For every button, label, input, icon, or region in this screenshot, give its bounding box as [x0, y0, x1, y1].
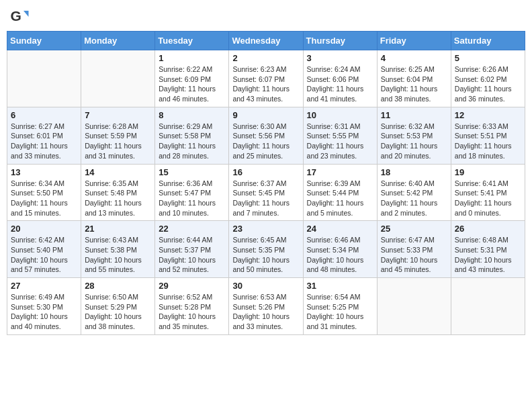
calendar-day-cell: 27Sunrise: 6:49 AM Sunset: 5:30 PM Dayli…	[7, 278, 81, 335]
day-number: 31	[307, 281, 373, 291]
day-info: Sunrise: 6:44 AM Sunset: 5:37 PM Dayligh…	[159, 235, 225, 275]
calendar-week-row: 27Sunrise: 6:49 AM Sunset: 5:30 PM Dayli…	[7, 278, 525, 335]
day-info: Sunrise: 6:24 AM Sunset: 6:06 PM Dayligh…	[307, 64, 373, 104]
day-info: Sunrise: 6:31 AM Sunset: 5:55 PM Dayligh…	[307, 122, 373, 161]
day-number: 22	[159, 224, 225, 234]
day-info: Sunrise: 6:41 AM Sunset: 5:41 PM Dayligh…	[455, 179, 521, 218]
day-info: Sunrise: 6:42 AM Sunset: 5:40 PM Dayligh…	[11, 235, 77, 275]
calendar-day-cell: 30Sunrise: 6:53 AM Sunset: 5:26 PM Dayli…	[229, 278, 303, 335]
calendar-body: 1Sunrise: 6:22 AM Sunset: 6:09 PM Daylig…	[7, 50, 525, 335]
calendar-day-cell: 10Sunrise: 6:31 AM Sunset: 5:55 PM Dayli…	[303, 107, 377, 164]
calendar-day-cell: 23Sunrise: 6:45 AM Sunset: 5:35 PM Dayli…	[229, 221, 303, 278]
day-info: Sunrise: 6:47 AM Sunset: 5:33 PM Dayligh…	[381, 235, 447, 275]
calendar-day-cell: 18Sunrise: 6:40 AM Sunset: 5:42 PM Dayli…	[377, 164, 451, 221]
day-number: 27	[11, 281, 77, 291]
page-header: G	[7, 7, 525, 27]
day-info: Sunrise: 6:28 AM Sunset: 5:59 PM Dayligh…	[85, 122, 151, 161]
day-info: Sunrise: 6:29 AM Sunset: 5:58 PM Dayligh…	[159, 122, 225, 161]
day-number: 18	[381, 167, 447, 177]
day-info: Sunrise: 6:48 AM Sunset: 5:31 PM Dayligh…	[455, 235, 521, 275]
day-number: 1	[159, 53, 225, 63]
calendar-day-cell	[7, 50, 81, 107]
logo-icon: G	[9, 7, 30, 27]
calendar-day-cell: 3Sunrise: 6:24 AM Sunset: 6:06 PM Daylig…	[303, 50, 377, 107]
day-number: 20	[11, 224, 77, 234]
day-info: Sunrise: 6:25 AM Sunset: 6:04 PM Dayligh…	[381, 64, 447, 104]
day-number: 12	[455, 110, 521, 120]
calendar-day-header: Saturday	[451, 32, 525, 50]
day-info: Sunrise: 6:23 AM Sunset: 6:07 PM Dayligh…	[232, 64, 299, 104]
day-number: 21	[85, 224, 151, 234]
calendar-day-cell: 24Sunrise: 6:46 AM Sunset: 5:34 PM Dayli…	[303, 221, 377, 278]
day-number: 2	[232, 53, 299, 63]
day-number: 9	[232, 110, 299, 120]
svg-text:G: G	[11, 8, 21, 24]
day-info: Sunrise: 6:40 AM Sunset: 5:42 PM Dayligh…	[381, 179, 447, 218]
day-number: 11	[381, 110, 447, 120]
calendar-day-header: Tuesday	[155, 32, 229, 50]
calendar-day-cell: 20Sunrise: 6:42 AM Sunset: 5:40 PM Dayli…	[7, 221, 81, 278]
day-number: 6	[11, 110, 77, 120]
calendar-day-cell: 14Sunrise: 6:35 AM Sunset: 5:48 PM Dayli…	[81, 164, 155, 221]
day-number: 13	[11, 167, 77, 177]
calendar-week-row: 13Sunrise: 6:34 AM Sunset: 5:50 PM Dayli…	[7, 164, 525, 221]
day-info: Sunrise: 6:46 AM Sunset: 5:34 PM Dayligh…	[307, 235, 373, 275]
calendar-day-cell: 12Sunrise: 6:33 AM Sunset: 5:51 PM Dayli…	[451, 107, 525, 164]
day-info: Sunrise: 6:34 AM Sunset: 5:50 PM Dayligh…	[11, 179, 77, 218]
day-number: 8	[159, 110, 225, 120]
calendar-day-cell: 28Sunrise: 6:50 AM Sunset: 5:29 PM Dayli…	[81, 278, 155, 335]
calendar-day-cell: 16Sunrise: 6:37 AM Sunset: 5:45 PM Dayli…	[229, 164, 303, 221]
day-number: 29	[159, 281, 225, 291]
day-number: 15	[159, 167, 225, 177]
day-number: 30	[232, 281, 299, 291]
day-number: 19	[455, 167, 521, 177]
calendar-day-cell: 9Sunrise: 6:30 AM Sunset: 5:56 PM Daylig…	[229, 107, 303, 164]
day-number: 3	[307, 53, 373, 63]
calendar-day-cell	[377, 278, 451, 335]
calendar-day-cell: 25Sunrise: 6:47 AM Sunset: 5:33 PM Dayli…	[377, 221, 451, 278]
calendar-day-cell: 17Sunrise: 6:39 AM Sunset: 5:44 PM Dayli…	[303, 164, 377, 221]
day-info: Sunrise: 6:52 AM Sunset: 5:28 PM Dayligh…	[159, 292, 225, 332]
svg-marker-1	[24, 11, 29, 17]
day-info: Sunrise: 6:53 AM Sunset: 5:26 PM Dayligh…	[232, 292, 299, 332]
calendar-day-cell: 31Sunrise: 6:54 AM Sunset: 5:25 PM Dayli…	[303, 278, 377, 335]
calendar-day-header: Monday	[81, 32, 155, 50]
calendar-day-cell: 19Sunrise: 6:41 AM Sunset: 5:41 PM Dayli…	[451, 164, 525, 221]
calendar-week-row: 1Sunrise: 6:22 AM Sunset: 6:09 PM Daylig…	[7, 50, 525, 107]
calendar-day-cell: 6Sunrise: 6:27 AM Sunset: 6:01 PM Daylig…	[7, 107, 81, 164]
day-info: Sunrise: 6:22 AM Sunset: 6:09 PM Dayligh…	[159, 64, 225, 104]
calendar-day-cell: 2Sunrise: 6:23 AM Sunset: 6:07 PM Daylig…	[229, 50, 303, 107]
calendar-day-cell: 4Sunrise: 6:25 AM Sunset: 6:04 PM Daylig…	[377, 50, 451, 107]
calendar-day-cell: 26Sunrise: 6:48 AM Sunset: 5:31 PM Dayli…	[451, 221, 525, 278]
calendar-day-header: Friday	[377, 32, 451, 50]
day-info: Sunrise: 6:30 AM Sunset: 5:56 PM Dayligh…	[232, 122, 299, 161]
calendar-day-cell: 29Sunrise: 6:52 AM Sunset: 5:28 PM Dayli…	[155, 278, 229, 335]
calendar-day-header: Thursday	[303, 32, 377, 50]
day-number: 25	[381, 224, 447, 234]
calendar-day-cell: 22Sunrise: 6:44 AM Sunset: 5:37 PM Dayli…	[155, 221, 229, 278]
calendar-table: SundayMondayTuesdayWednesdayThursdayFrid…	[7, 31, 525, 335]
calendar-day-cell: 13Sunrise: 6:34 AM Sunset: 5:50 PM Dayli…	[7, 164, 81, 221]
day-info: Sunrise: 6:35 AM Sunset: 5:48 PM Dayligh…	[85, 179, 151, 218]
calendar-day-cell: 1Sunrise: 6:22 AM Sunset: 6:09 PM Daylig…	[155, 50, 229, 107]
day-info: Sunrise: 6:36 AM Sunset: 5:47 PM Dayligh…	[159, 179, 225, 218]
day-info: Sunrise: 6:43 AM Sunset: 5:38 PM Dayligh…	[85, 235, 151, 275]
calendar-day-cell: 5Sunrise: 6:26 AM Sunset: 6:02 PM Daylig…	[451, 50, 525, 107]
calendar-day-cell: 8Sunrise: 6:29 AM Sunset: 5:58 PM Daylig…	[155, 107, 229, 164]
calendar-day-cell: 15Sunrise: 6:36 AM Sunset: 5:47 PM Dayli…	[155, 164, 229, 221]
logo: G	[9, 7, 32, 27]
day-number: 24	[307, 224, 373, 234]
calendar-day-cell: 11Sunrise: 6:32 AM Sunset: 5:53 PM Dayli…	[377, 107, 451, 164]
day-info: Sunrise: 6:32 AM Sunset: 5:53 PM Dayligh…	[381, 122, 447, 161]
calendar-week-row: 20Sunrise: 6:42 AM Sunset: 5:40 PM Dayli…	[7, 221, 525, 278]
calendar-day-cell	[451, 278, 525, 335]
calendar-day-cell	[81, 50, 155, 107]
day-info: Sunrise: 6:45 AM Sunset: 5:35 PM Dayligh…	[232, 235, 299, 275]
day-info: Sunrise: 6:54 AM Sunset: 5:25 PM Dayligh…	[307, 292, 373, 332]
day-info: Sunrise: 6:37 AM Sunset: 5:45 PM Dayligh…	[232, 179, 299, 218]
day-info: Sunrise: 6:26 AM Sunset: 6:02 PM Dayligh…	[455, 64, 521, 104]
calendar-day-cell: 7Sunrise: 6:28 AM Sunset: 5:59 PM Daylig…	[81, 107, 155, 164]
calendar-header-row: SundayMondayTuesdayWednesdayThursdayFrid…	[7, 32, 525, 50]
calendar-day-header: Sunday	[7, 32, 81, 50]
day-info: Sunrise: 6:27 AM Sunset: 6:01 PM Dayligh…	[11, 122, 77, 161]
